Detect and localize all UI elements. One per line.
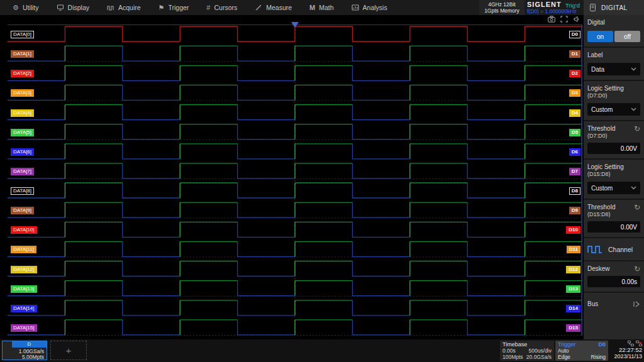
top-bar: ⚙ Utility Display Acquire ⚑ Trigger # [0, 0, 644, 15]
timebase-panel[interactable]: Timebase 0.00s 500us/div 100Mpts 20.0GSa… [500, 341, 554, 361]
channel-label-d0[interactable]: DATA[0] [11, 31, 34, 38]
channel-label-d12[interactable]: DATA[12] [11, 266, 37, 273]
channel-label-d7[interactable]: DATA[7] [11, 168, 34, 175]
add-channel-button[interactable]: + [50, 341, 87, 360]
plot-area: DATA[0]D0DATA[1]D1DATA[2]D2DATA[3]D3DATA… [8, 23, 582, 336]
logic-setting-d15d8-section: Logic Setting (D15:D8) Custom [584, 160, 644, 200]
deskew-input[interactable]: 0.00s [587, 276, 640, 287]
memory-spec: 1Gpts Memory [484, 8, 519, 14]
menu-analysis[interactable]: Analysis [343, 0, 396, 15]
channel-badge-d6[interactable]: D6 [569, 148, 580, 156]
menu-math[interactable]: M Math [301, 0, 343, 15]
channel-badge-d12[interactable]: D12 [566, 266, 580, 273]
threshold-d15d8-input[interactable]: 0.00V [587, 221, 640, 233]
clock-time: 22:27:52 [608, 346, 642, 353]
logic-d15d8-dropdown[interactable]: Custom [587, 182, 640, 194]
channel-label-d2[interactable]: DATA[2] [11, 70, 34, 77]
sound-icon[interactable] [573, 16, 580, 23]
monitor-icon [57, 4, 64, 11]
menu-cursors-label: Cursors [214, 4, 237, 11]
channel-badge-d0[interactable]: D0 [569, 31, 580, 38]
chevron-down-icon [631, 107, 636, 111]
trigger-title: Trigger [558, 341, 575, 348]
channel-label-d8[interactable]: DATA[8] [11, 187, 34, 195]
lan-icon[interactable] [628, 341, 634, 346]
channel-label-d14[interactable]: DATA[14] [11, 305, 37, 312]
timebase-scale: 500us/div [529, 348, 552, 354]
menu-utility[interactable]: ⚙ Utility [4, 0, 48, 15]
label-dropdown[interactable]: Data [587, 63, 640, 75]
display-corner-toolbar [548, 16, 580, 23]
channel-label-d5[interactable]: DATA[5] [11, 129, 34, 136]
fullscreen-icon[interactable] [560, 16, 568, 23]
camera-icon[interactable] [548, 16, 555, 23]
channel-badge-d13[interactable]: D13 [566, 285, 580, 293]
logic-traces [8, 23, 582, 336]
logic-d15d8-title: Logic Setting [587, 163, 640, 171]
label-dropdown-value: Data [591, 66, 604, 73]
channel-badge-d11[interactable]: D11 [567, 246, 580, 253]
trigger-panel[interactable]: Trigger D0 Auto Edge Rising [555, 341, 608, 361]
threshold-d7d0-reset-icon[interactable]: ↻ [634, 125, 640, 133]
channel-label-d6[interactable]: DATA[6] [11, 148, 34, 156]
menu-bar: ⚙ Utility Display Acquire ⚑ Trigger # [0, 0, 584, 15]
clock-block: 22:27:52 2023/11/13 [608, 341, 642, 361]
threshold-d15d8-reset-icon[interactable]: ↻ [634, 204, 640, 211]
menu-trigger[interactable]: ⚑ Trigger [150, 0, 198, 15]
gear-icon: ⚙ [13, 4, 19, 11]
math-icon: M [309, 4, 315, 11]
channel-label-d10[interactable]: DATA[10] [11, 226, 37, 234]
menu-utility-label: Utility [23, 4, 39, 11]
digital-group-descriptor[interactable]: D 1.00GSa/s 5.00Mpts [2, 341, 47, 360]
menu-cursors[interactable]: # Cursors [197, 0, 246, 15]
channel-badge-d14[interactable]: D14 [566, 305, 580, 312]
trigger-position-marker[interactable] [291, 22, 299, 28]
channel-badge-d15[interactable]: D15 [566, 324, 580, 332]
acquire-waveform-icon [107, 4, 114, 11]
channel-badge-d9[interactable]: D9 [569, 207, 580, 214]
digital-memory-depth: 5.00Mpts [22, 354, 44, 360]
channel-label-d13[interactable]: DATA[13] [11, 285, 37, 293]
channel-badge-d5[interactable]: D5 [569, 129, 580, 136]
menu-trigger-label: Trigger [168, 4, 189, 11]
oscilloscope-screen: ⚙ Utility Display Acquire ⚑ Trigger # [0, 0, 644, 362]
digital-on-button[interactable]: on [587, 31, 613, 42]
channel-label-d11[interactable]: DATA[11] [11, 246, 36, 253]
channel-label-d9[interactable]: DATA[9] [11, 207, 34, 214]
channel-label-d3[interactable]: DATA[3] [11, 89, 34, 97]
digital-onoff-section: Digital on off [584, 15, 644, 48]
label-section: Label Data [584, 48, 644, 81]
menu-measure-label: Measure [266, 4, 292, 11]
channel-badge-d4[interactable]: D4 [569, 109, 580, 117]
menu-measure[interactable]: Measure [246, 0, 301, 15]
channel-badge-d7[interactable]: D7 [569, 168, 580, 175]
menu-acquire[interactable]: Acquire [98, 0, 150, 15]
digital-off-button[interactable]: off [614, 31, 640, 42]
lan-disconnected-icon[interactable] [636, 341, 642, 346]
threshold-d7d0-input[interactable]: 0.00V [587, 143, 640, 154]
channel-label-d1[interactable]: DATA[1] [11, 50, 34, 58]
channel-badge-d10[interactable]: D10 [566, 226, 580, 234]
logic-d7d0-dropdown[interactable]: Custom [587, 103, 640, 116]
channel-label-d4[interactable]: DATA[4] [11, 109, 34, 117]
channel-badge-d1[interactable]: D1 [569, 50, 580, 58]
channel-badge-d2[interactable]: D2 [569, 70, 580, 77]
menu-display[interactable]: Display [48, 0, 98, 15]
channel-menu-item[interactable]: Channel [584, 238, 644, 261]
menu-acquire-label: Acquire [118, 4, 141, 11]
flag-icon: ⚑ [158, 4, 165, 11]
trigger-source: D0 [598, 341, 606, 348]
deskew-reset-icon[interactable]: ↻ [634, 265, 640, 273]
menu-analysis-label: Analysis [363, 4, 387, 11]
channel-badge-d3[interactable]: D3 [569, 89, 580, 97]
trigger-status: Trig'd [565, 2, 580, 9]
bus-menu-item[interactable]: Bus [584, 293, 644, 315]
menu-display-label: Display [68, 4, 89, 11]
logic-d7d0-title: Logic Setting [587, 85, 640, 92]
sidebar-header: DIGITAL [584, 0, 644, 15]
timebase-points: 100Mpts [502, 354, 523, 360]
logic-d7d0-range: (D7:D0) [587, 92, 640, 99]
channel-badge-d8[interactable]: D8 [569, 187, 580, 195]
channel-label-d15[interactable]: DATA[15] [11, 324, 37, 332]
waveform-display: DATA[0]D0DATA[1]D1DATA[2]D2DATA[3]D3DATA… [0, 15, 584, 339]
